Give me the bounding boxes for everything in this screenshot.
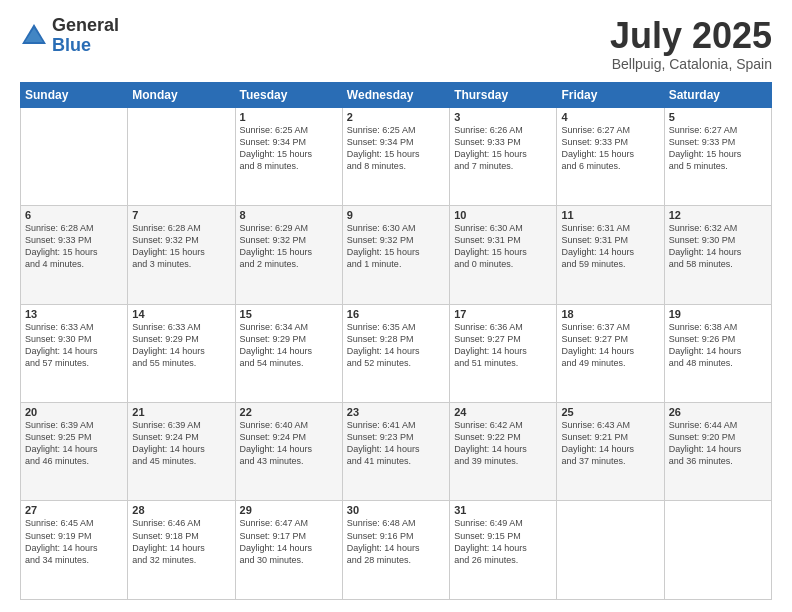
table-row: 12Sunrise: 6:32 AMSunset: 9:30 PMDayligh… — [664, 206, 771, 304]
day-number: 30 — [347, 504, 445, 516]
table-row: 31Sunrise: 6:49 AMSunset: 9:15 PMDayligh… — [450, 501, 557, 600]
day-info: Sunrise: 6:48 AMSunset: 9:16 PMDaylight:… — [347, 517, 445, 566]
table-row: 24Sunrise: 6:42 AMSunset: 9:22 PMDayligh… — [450, 403, 557, 501]
day-number: 21 — [132, 406, 230, 418]
table-row: 26Sunrise: 6:44 AMSunset: 9:20 PMDayligh… — [664, 403, 771, 501]
header-monday: Monday — [128, 82, 235, 107]
day-number: 11 — [561, 209, 659, 221]
table-row — [664, 501, 771, 600]
day-number: 24 — [454, 406, 552, 418]
table-row: 30Sunrise: 6:48 AMSunset: 9:16 PMDayligh… — [342, 501, 449, 600]
title-block: July 2025 Bellpuig, Catalonia, Spain — [610, 16, 772, 72]
day-number: 29 — [240, 504, 338, 516]
table-row: 6Sunrise: 6:28 AMSunset: 9:33 PMDaylight… — [21, 206, 128, 304]
table-row: 21Sunrise: 6:39 AMSunset: 9:24 PMDayligh… — [128, 403, 235, 501]
day-info: Sunrise: 6:28 AMSunset: 9:32 PMDaylight:… — [132, 222, 230, 271]
table-row: 22Sunrise: 6:40 AMSunset: 9:24 PMDayligh… — [235, 403, 342, 501]
location: Bellpuig, Catalonia, Spain — [610, 56, 772, 72]
day-info: Sunrise: 6:43 AMSunset: 9:21 PMDaylight:… — [561, 419, 659, 468]
table-row: 9Sunrise: 6:30 AMSunset: 9:32 PMDaylight… — [342, 206, 449, 304]
table-row: 20Sunrise: 6:39 AMSunset: 9:25 PMDayligh… — [21, 403, 128, 501]
day-info: Sunrise: 6:47 AMSunset: 9:17 PMDaylight:… — [240, 517, 338, 566]
day-info: Sunrise: 6:29 AMSunset: 9:32 PMDaylight:… — [240, 222, 338, 271]
table-row — [557, 501, 664, 600]
day-number: 19 — [669, 308, 767, 320]
table-row: 11Sunrise: 6:31 AMSunset: 9:31 PMDayligh… — [557, 206, 664, 304]
day-info: Sunrise: 6:26 AMSunset: 9:33 PMDaylight:… — [454, 124, 552, 173]
day-number: 8 — [240, 209, 338, 221]
header-saturday: Saturday — [664, 82, 771, 107]
header-thursday: Thursday — [450, 82, 557, 107]
day-info: Sunrise: 6:27 AMSunset: 9:33 PMDaylight:… — [669, 124, 767, 173]
day-number: 17 — [454, 308, 552, 320]
day-number: 18 — [561, 308, 659, 320]
table-row: 5Sunrise: 6:27 AMSunset: 9:33 PMDaylight… — [664, 107, 771, 205]
table-row: 2Sunrise: 6:25 AMSunset: 9:34 PMDaylight… — [342, 107, 449, 205]
logo-icon — [20, 22, 48, 50]
header-wednesday: Wednesday — [342, 82, 449, 107]
day-info: Sunrise: 6:42 AMSunset: 9:22 PMDaylight:… — [454, 419, 552, 468]
day-info: Sunrise: 6:40 AMSunset: 9:24 PMDaylight:… — [240, 419, 338, 468]
day-info: Sunrise: 6:33 AMSunset: 9:29 PMDaylight:… — [132, 321, 230, 370]
calendar-week-row: 13Sunrise: 6:33 AMSunset: 9:30 PMDayligh… — [21, 304, 772, 402]
day-number: 9 — [347, 209, 445, 221]
weekday-header-row: Sunday Monday Tuesday Wednesday Thursday… — [21, 82, 772, 107]
day-number: 31 — [454, 504, 552, 516]
table-row: 15Sunrise: 6:34 AMSunset: 9:29 PMDayligh… — [235, 304, 342, 402]
day-info: Sunrise: 6:34 AMSunset: 9:29 PMDaylight:… — [240, 321, 338, 370]
day-number: 27 — [25, 504, 123, 516]
table-row: 4Sunrise: 6:27 AMSunset: 9:33 PMDaylight… — [557, 107, 664, 205]
day-info: Sunrise: 6:30 AMSunset: 9:32 PMDaylight:… — [347, 222, 445, 271]
day-info: Sunrise: 6:25 AMSunset: 9:34 PMDaylight:… — [240, 124, 338, 173]
day-info: Sunrise: 6:28 AMSunset: 9:33 PMDaylight:… — [25, 222, 123, 271]
day-number: 3 — [454, 111, 552, 123]
header-sunday: Sunday — [21, 82, 128, 107]
day-number: 12 — [669, 209, 767, 221]
day-number: 26 — [669, 406, 767, 418]
day-info: Sunrise: 6:45 AMSunset: 9:19 PMDaylight:… — [25, 517, 123, 566]
table-row: 8Sunrise: 6:29 AMSunset: 9:32 PMDaylight… — [235, 206, 342, 304]
day-number: 6 — [25, 209, 123, 221]
table-row: 16Sunrise: 6:35 AMSunset: 9:28 PMDayligh… — [342, 304, 449, 402]
day-info: Sunrise: 6:36 AMSunset: 9:27 PMDaylight:… — [454, 321, 552, 370]
calendar-table: Sunday Monday Tuesday Wednesday Thursday… — [20, 82, 772, 600]
day-info: Sunrise: 6:35 AMSunset: 9:28 PMDaylight:… — [347, 321, 445, 370]
day-number: 1 — [240, 111, 338, 123]
day-number: 22 — [240, 406, 338, 418]
table-row: 13Sunrise: 6:33 AMSunset: 9:30 PMDayligh… — [21, 304, 128, 402]
day-info: Sunrise: 6:31 AMSunset: 9:31 PMDaylight:… — [561, 222, 659, 271]
logo-general: General — [52, 16, 119, 36]
logo-text: General Blue — [52, 16, 119, 56]
table-row: 10Sunrise: 6:30 AMSunset: 9:31 PMDayligh… — [450, 206, 557, 304]
day-number: 13 — [25, 308, 123, 320]
day-info: Sunrise: 6:33 AMSunset: 9:30 PMDaylight:… — [25, 321, 123, 370]
day-info: Sunrise: 6:41 AMSunset: 9:23 PMDaylight:… — [347, 419, 445, 468]
table-row: 14Sunrise: 6:33 AMSunset: 9:29 PMDayligh… — [128, 304, 235, 402]
table-row: 1Sunrise: 6:25 AMSunset: 9:34 PMDaylight… — [235, 107, 342, 205]
header-tuesday: Tuesday — [235, 82, 342, 107]
day-info: Sunrise: 6:25 AMSunset: 9:34 PMDaylight:… — [347, 124, 445, 173]
day-info: Sunrise: 6:32 AMSunset: 9:30 PMDaylight:… — [669, 222, 767, 271]
table-row: 3Sunrise: 6:26 AMSunset: 9:33 PMDaylight… — [450, 107, 557, 205]
table-row: 18Sunrise: 6:37 AMSunset: 9:27 PMDayligh… — [557, 304, 664, 402]
table-row: 25Sunrise: 6:43 AMSunset: 9:21 PMDayligh… — [557, 403, 664, 501]
month-title: July 2025 — [610, 16, 772, 56]
table-row — [21, 107, 128, 205]
table-row: 23Sunrise: 6:41 AMSunset: 9:23 PMDayligh… — [342, 403, 449, 501]
day-number: 20 — [25, 406, 123, 418]
table-row: 28Sunrise: 6:46 AMSunset: 9:18 PMDayligh… — [128, 501, 235, 600]
day-info: Sunrise: 6:37 AMSunset: 9:27 PMDaylight:… — [561, 321, 659, 370]
day-number: 16 — [347, 308, 445, 320]
logo: General Blue — [20, 16, 119, 56]
header: General Blue July 2025 Bellpuig, Catalon… — [20, 16, 772, 72]
header-friday: Friday — [557, 82, 664, 107]
table-row: 29Sunrise: 6:47 AMSunset: 9:17 PMDayligh… — [235, 501, 342, 600]
page: General Blue July 2025 Bellpuig, Catalon… — [0, 0, 792, 612]
table-row: 19Sunrise: 6:38 AMSunset: 9:26 PMDayligh… — [664, 304, 771, 402]
day-number: 28 — [132, 504, 230, 516]
day-info: Sunrise: 6:30 AMSunset: 9:31 PMDaylight:… — [454, 222, 552, 271]
table-row: 7Sunrise: 6:28 AMSunset: 9:32 PMDaylight… — [128, 206, 235, 304]
day-number: 10 — [454, 209, 552, 221]
day-info: Sunrise: 6:44 AMSunset: 9:20 PMDaylight:… — [669, 419, 767, 468]
day-number: 2 — [347, 111, 445, 123]
